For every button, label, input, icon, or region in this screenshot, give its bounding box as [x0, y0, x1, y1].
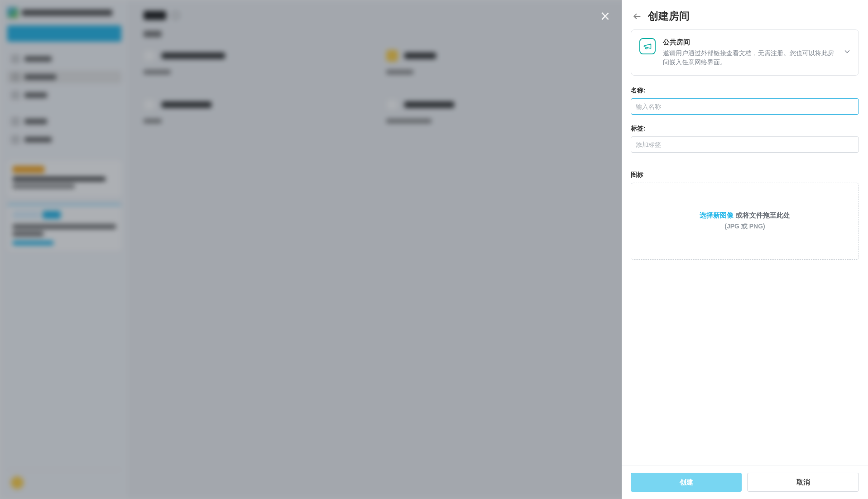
chevron-down-icon	[843, 48, 851, 58]
drag-hint-text: 或将文件拖至此处	[734, 211, 790, 219]
dropzone-text: 选择新图像 或将文件拖至此处	[700, 211, 790, 220]
create-room-panel: 创建房间 公共房间 邀请用户通过外部链接查看文档，无需注册。您也可以将此房间嵌入…	[622, 0, 868, 499]
room-type-description: 邀请用户通过外部链接查看文档，无需注册。您也可以将此房间嵌入任意网络界面。	[663, 48, 837, 67]
format-hint: (JPG 或 PNG)	[724, 223, 765, 231]
room-type-title: 公共房间	[663, 38, 837, 47]
icon-label: 图标	[631, 171, 859, 179]
icon-dropzone[interactable]: 选择新图像 或将文件拖至此处 (JPG 或 PNG)	[631, 183, 859, 260]
cancel-button[interactable]: 取消	[747, 473, 859, 492]
panel-body: 公共房间 邀请用户通过外部链接查看文档，无需注册。您也可以将此房间嵌入任意网络界…	[622, 29, 868, 465]
name-input[interactable]	[631, 98, 859, 115]
megaphone-icon	[639, 38, 656, 54]
create-button[interactable]: 创建	[631, 473, 742, 492]
tags-label: 标签:	[631, 125, 859, 133]
close-icon[interactable]: ×	[600, 8, 610, 24]
room-type-selector[interactable]: 公共房间 邀请用户通过外部链接查看文档，无需注册。您也可以将此房间嵌入任意网络界…	[631, 29, 859, 76]
tags-input[interactable]	[631, 136, 859, 153]
back-arrow-icon[interactable]	[633, 12, 642, 21]
select-image-link[interactable]: 选择新图像	[700, 211, 734, 219]
panel-header: 创建房间	[622, 0, 868, 29]
panel-title: 创建房间	[648, 9, 690, 23]
room-type-text: 公共房间 邀请用户通过外部链接查看文档，无需注册。您也可以将此房间嵌入任意网络界…	[663, 38, 837, 67]
panel-footer: 创建 取消	[622, 465, 868, 499]
name-label: 名称:	[631, 87, 859, 95]
